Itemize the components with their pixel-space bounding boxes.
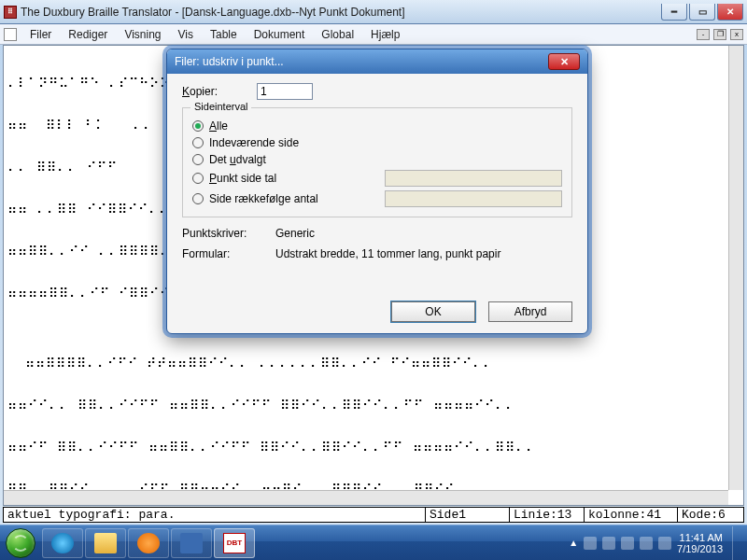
form-value: Udstrakt bredde, 11 tommer lang, punkt p…	[275, 247, 500, 260]
tray-chevron-icon[interactable]: ▲	[569, 538, 578, 548]
minimize-button[interactable]: ━	[661, 4, 687, 21]
radio-icon	[192, 120, 204, 132]
tray-volume-icon[interactable]	[640, 537, 653, 550]
folder-icon	[94, 533, 117, 553]
radio-page-number[interactable]: Punkt side tal	[192, 170, 562, 187]
page-number-field	[385, 170, 562, 187]
radio-icon	[192, 137, 204, 148]
cancel-button[interactable]: Afbryd	[488, 301, 572, 322]
tray-clock[interactable]: 11:41 AM 7/19/2013	[677, 532, 723, 554]
status-code: Kode:6	[678, 508, 743, 522]
tray-power-icon[interactable]	[658, 537, 671, 550]
page-sequence-field	[385, 190, 562, 207]
task-ie[interactable]	[42, 528, 83, 558]
radio-current-page[interactable]: Indeværende side	[192, 136, 562, 149]
radio-all[interactable]: Alle	[192, 119, 562, 133]
app-titlebar: ⠿ The Duxbury Braille Translator - [Dans…	[0, 0, 747, 24]
tray-network-icon[interactable]	[602, 537, 615, 550]
copies-input[interactable]	[257, 83, 313, 100]
tray-date: 7/19/2013	[677, 543, 723, 554]
menu-vis[interactable]: Vis	[171, 26, 201, 43]
status-page: Side1	[426, 508, 510, 522]
dialog-title: Filer: udskriv i punkt...	[175, 55, 548, 68]
menu-hjaelp[interactable]: Hjælp	[363, 26, 407, 43]
show-desktop-button[interactable]	[732, 526, 741, 560]
status-line: Linie:13	[510, 508, 585, 522]
status-bar: aktuel typografi: para. Side1 Linie:13 k…	[3, 507, 744, 523]
braille-row: ⠶⠶⠊⠊⠄⠄ ⠿⠿⠄⠄⠊⠊⠋⠋ ⠶⠶⠿⠿⠄⠄⠊⠊⠋⠋ ⠿⠿⠊⠊⠄⠄⠿⠿⠊⠊⠄⠄⠋…	[7, 399, 740, 413]
printer-label: Punktskriver:	[182, 227, 275, 240]
form-label: Formular:	[182, 247, 275, 260]
tray-flag-icon[interactable]	[584, 537, 597, 550]
document-icon	[4, 28, 17, 41]
task-explorer[interactable]	[85, 528, 126, 558]
group-legend: Sideinterval	[190, 101, 251, 112]
task-unknown[interactable]	[171, 528, 212, 558]
radio-label: Indeværende side	[209, 136, 299, 149]
start-orb-icon	[6, 528, 35, 558]
print-dialog: Filer: udskriv i punkt... ✕ Kopier: Side…	[166, 49, 588, 334]
radio-page-sequence[interactable]: Side rækkefølge antal	[192, 190, 562, 207]
braille-row: ⠶⠶⠊⠋ ⠿⠿⠄⠄⠊⠊⠋⠋ ⠶⠶⠿⠿⠄⠄⠊⠊⠋⠋ ⠿⠿⠊⠊⠄⠄⠿⠿⠊⠊⠄⠄⠋⠋ …	[7, 441, 740, 455]
dialog-close-button[interactable]: ✕	[548, 53, 580, 70]
menu-rediger[interactable]: Rediger	[61, 26, 115, 43]
task-media[interactable]	[128, 528, 169, 558]
maximize-button[interactable]: ▭	[689, 4, 715, 21]
radio-icon	[192, 193, 204, 204]
status-column: kolonne:41	[585, 508, 678, 522]
mdi-close-icon[interactable]: x	[730, 29, 743, 40]
radio-icon	[192, 173, 204, 184]
dialog-titlebar: Filer: udskriv i punkt... ✕	[167, 49, 587, 74]
app-title: The Duxbury Braille Translator - [Dansk-…	[21, 6, 661, 19]
printer-value: Generic	[275, 227, 315, 240]
close-button[interactable]: ✕	[717, 4, 743, 21]
start-button[interactable]	[0, 525, 41, 561]
tray-time: 11:41 AM	[677, 532, 723, 543]
menu-table[interactable]: Table	[203, 26, 245, 43]
braille-row: ⠶⠶⠿⠿⠿⠿⠄⠄⠊⠋⠊ ⠞⠞⠶⠶⠿⠿⠊⠊⠄⠄ ⠄⠄⠄⠄⠄⠄⠿⠿⠄⠄⠊⠊ ⠋⠊⠶⠶…	[7, 357, 740, 371]
menu-filer[interactable]: Filer	[22, 26, 59, 43]
media-icon	[137, 533, 160, 553]
mdi-restore-icon[interactable]: ❐	[713, 29, 726, 40]
task-dbt[interactable]: DBT	[214, 528, 255, 558]
vertical-scrollbar[interactable]	[728, 46, 743, 490]
mdi-minimize-icon[interactable]: -	[697, 29, 710, 40]
app-icon: ⠿	[4, 6, 17, 19]
radio-label: Side rækkefølge antal	[209, 192, 318, 205]
menu-dokument[interactable]: Dokument	[247, 26, 313, 43]
taskbar: DBT ▲ 11:41 AM 7/19/2013	[0, 525, 747, 560]
tray-vm-icon[interactable]	[621, 537, 634, 550]
ok-button[interactable]: OK	[391, 301, 475, 322]
window-controls: ━ ▭ ✕	[661, 4, 743, 21]
menu-visning[interactable]: Visning	[117, 26, 168, 43]
app-icon	[180, 533, 203, 553]
radio-selection[interactable]: Det udvalgt	[192, 153, 562, 166]
page-range-group: Sideinterval Alle Indeværende side Det u…	[182, 107, 572, 217]
ie-icon	[51, 533, 74, 553]
menubar: Filer Rediger Visning Vis Table Dokument…	[0, 24, 747, 45]
system-tray: ▲ 11:41 AM 7/19/2013	[569, 526, 747, 560]
horizontal-scrollbar[interactable]	[4, 490, 728, 505]
copies-label: Kopier:	[182, 85, 257, 98]
status-style: aktuel typografi: para.	[4, 508, 426, 522]
dbt-icon: DBT	[223, 533, 246, 553]
menu-global[interactable]: Global	[314, 26, 361, 43]
radio-icon	[192, 154, 204, 165]
